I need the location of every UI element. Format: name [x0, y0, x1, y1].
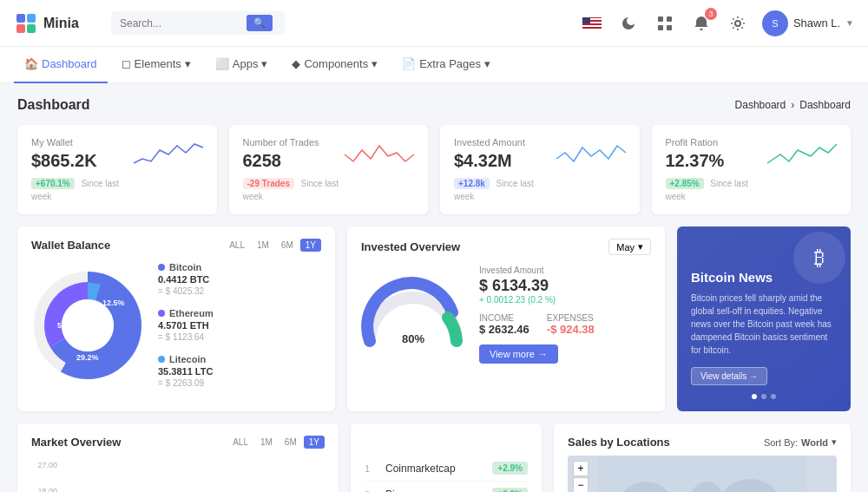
nav-item-components[interactable]: ◆ Components ▾ [281, 47, 388, 83]
view-more-button[interactable]: View more → [479, 344, 558, 364]
user-menu[interactable]: S Shawn L. ▼ [762, 10, 854, 36]
user-name: Shawn L. [793, 16, 840, 30]
exchange-title [365, 436, 528, 449]
market-overview-card: Market Overview ALL 1M 6M 1Y 27.00 18.00… [17, 423, 339, 492]
wallet-filter-all[interactable]: ALL [224, 239, 250, 252]
market-filter-1y[interactable]: 1Y [304, 436, 325, 449]
user-chevron: ▼ [845, 18, 854, 28]
coin-item-btc: Bitcoin 0.4412 BTC = $ 4025.32 [158, 262, 321, 296]
breadcrumb: Dashboard › Dashboard [735, 99, 851, 111]
notification-badge: 3 [705, 8, 717, 20]
income-item: INCOME $ 2632.46 [479, 313, 529, 336]
page-title: Dashboard [17, 97, 90, 113]
btc-dot-1[interactable] [752, 394, 757, 399]
invested-change: + 0.0012.23 (0.2 %) [479, 295, 651, 305]
stat-card-invested: Invested Amount $4.32M +12.8k Since last… [440, 125, 640, 214]
stat-chart-wallet [134, 137, 203, 172]
map-header: Sales by Locations Sort By: World ▾ [568, 436, 837, 449]
nav-icons: 3 S Shawn L. ▼ [580, 10, 854, 36]
market-time-filters: ALL 1M 6M 1Y [227, 436, 325, 449]
wallet-filter-6m[interactable]: 6M [276, 239, 299, 252]
wallet-filter-1y[interactable]: 1Y [300, 239, 321, 252]
market-filter-6m[interactable]: 6M [279, 436, 302, 449]
svg-rect-12 [658, 25, 663, 30]
user-avatar: S [762, 10, 788, 36]
exchange-list: 1 Coinmarketcap +2.9% 2 Binance +8.3% 3 … [365, 456, 528, 492]
map-area: + − [568, 456, 837, 492]
sort-by[interactable]: Sort By: World ▾ [764, 436, 837, 448]
stat-card-wallet: My Wallet $865.2K +670.1% Since last wee… [17, 125, 217, 214]
bitcoin-news-text: Bitcoin prices fell sharply amid the glo… [691, 292, 837, 357]
svg-rect-9 [582, 17, 590, 23]
main-nav: 🏠 Dashboard ◻ Elements ▾ ⬜ Apps ▾ ◆ Comp… [0, 47, 868, 83]
stat-value-wallet: $865.2K [31, 151, 134, 171]
nav-item-extra[interactable]: 📄 Extra Pages ▾ [391, 47, 501, 83]
flag-icon[interactable] [580, 11, 604, 36]
dark-mode-icon[interactable] [616, 11, 641, 36]
market-filter-1m[interactable]: 1M [255, 436, 278, 449]
logo[interactable]: Minia [14, 11, 101, 36]
logo-icon [14, 11, 38, 36]
settings-icon[interactable] [726, 11, 750, 36]
expense-item: EXPENSES -$ 924.38 [547, 313, 595, 336]
bitcoin-view-details-button[interactable]: View details → [691, 367, 767, 385]
svg-rect-11 [667, 16, 672, 22]
stat-label-invested: Invested Amount [454, 137, 556, 148]
nav-item-elements[interactable]: ◻ Elements ▾ [111, 47, 201, 83]
search-button[interactable]: 🔍 [247, 15, 273, 31]
map-svg [568, 456, 837, 492]
svg-rect-13 [667, 25, 672, 30]
sales-locations-card: Sales by Locations Sort By: World ▾ + − [554, 423, 851, 492]
stat-label-trades: Number of Trades [243, 137, 345, 148]
svg-rect-3 [27, 24, 36, 33]
gauge-chart: 80% [361, 285, 465, 345]
svg-point-14 [735, 21, 740, 26]
svg-rect-1 [27, 14, 36, 23]
invested-overview-card: Invested Overview May ▾ [347, 226, 665, 411]
top-nav: Minia 🔍 [0, 0, 868, 47]
coin-item-eth: Ethereum 4.5701 ETH = $ 1123.64 [158, 308, 321, 342]
stat-value-profit: 12.37% [666, 151, 768, 171]
gauge-pct: 80% [402, 332, 424, 345]
stat-chart-profit [767, 137, 837, 172]
donut-chart: 58.3% 12.5% 29.2% [31, 269, 144, 382]
bottom-section: Market Overview ALL 1M 6M 1Y 27.00 18.00… [17, 423, 851, 492]
sales-title: Sales by Locations [568, 436, 670, 449]
stat-label-wallet: My Wallet [31, 137, 134, 148]
stat-value-invested: $4.32M [454, 151, 556, 171]
wallet-balance-card: Wallet Balance ALL 1M 6M 1Y [17, 226, 335, 411]
stat-badge-profit: +2.85% [666, 178, 704, 189]
grid-icon[interactable] [653, 11, 677, 36]
page-header: Dashboard Dashboard › Dashboard [17, 97, 851, 113]
stat-cards: My Wallet $865.2K +670.1% Since last wee… [17, 125, 851, 214]
btc-dot-3[interactable] [771, 394, 776, 399]
invested-month-dropdown[interactable]: May ▾ [608, 239, 651, 255]
wallet-filter-1m[interactable]: 1M [252, 239, 274, 252]
stat-badge-trades: -29 Trades [243, 178, 294, 189]
market-title: Market Overview [31, 436, 121, 449]
market-filter-all[interactable]: ALL [227, 436, 253, 449]
nav-item-apps[interactable]: ⬜ Apps ▾ [205, 47, 279, 83]
market-bar-chart [62, 457, 325, 492]
bitcoin-dots [691, 394, 837, 399]
search-input[interactable] [120, 17, 241, 30]
bitcoin-news-card: ₿ Bitcoin News Bitcoin prices fell sharp… [677, 226, 851, 411]
stat-label-profit: Profit Ration [666, 137, 768, 148]
nav-item-dashboard[interactable]: 🏠 Dashboard [14, 47, 108, 83]
svg-rect-7 [582, 25, 602, 27]
wallet-time-filters: ALL 1M 6M 1Y [224, 239, 321, 252]
exchange-table-card: 1 Coinmarketcap +2.9% 2 Binance +8.3% 3 … [351, 423, 542, 492]
stat-chart-trades [345, 137, 414, 172]
stat-card-profit: Profit Ration 12.37% +2.85% Since last w… [652, 125, 852, 214]
coin-list: Bitcoin 0.4412 BTC = $ 4025.32 Ethereum … [158, 262, 321, 388]
market-header: Market Overview ALL 1M 6M 1Y [31, 436, 325, 449]
stat-badge-invested: +12.8k [454, 178, 490, 189]
invested-amount-label: Invested Amount [479, 266, 651, 275]
stat-chart-invested [556, 137, 626, 172]
btc-dot-2[interactable] [761, 394, 766, 399]
notification-icon[interactable]: 3 [689, 11, 713, 36]
invested-amount-value: $ 6134.39 [479, 277, 651, 295]
middle-section: Wallet Balance ALL 1M 6M 1Y [17, 226, 851, 411]
stat-badge-wallet: +670.1% [31, 178, 75, 189]
svg-text:12.5%: 12.5% [102, 298, 125, 307]
